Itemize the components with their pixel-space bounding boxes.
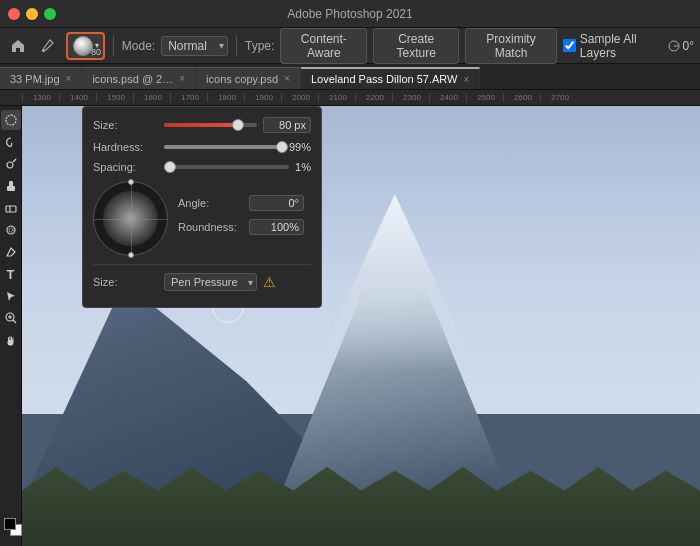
hardness-value: 99% (289, 141, 311, 153)
hardness-slider-track[interactable] (164, 145, 283, 149)
tab-label: Loveland Pass Dillon 57.ARW (311, 73, 458, 85)
tab-close-icon[interactable]: × (284, 73, 290, 84)
ruler-mark: 1700 (170, 93, 207, 102)
type-tool-button[interactable]: T (1, 264, 21, 284)
spacing-label: Spacing: (93, 161, 158, 173)
size-control-label: Size: (93, 276, 158, 288)
svg-line-5 (13, 159, 16, 162)
warning-icon: ⚠ (263, 274, 276, 290)
ruler-mark: 1500 (96, 93, 133, 102)
svg-line-13 (13, 320, 16, 323)
proximity-match-button[interactable]: Proximity Match (465, 28, 557, 64)
angle-roundness-fields: Angle: Roundness: (178, 195, 311, 243)
angle-label: Angle: (178, 197, 243, 209)
size-pressure-select[interactable]: Pen Pressure Off Stylus Wheel (164, 273, 257, 291)
handle-bottom[interactable] (128, 252, 134, 258)
roundness-field-row: Roundness: (178, 219, 311, 235)
angle-field-row: Angle: (178, 195, 311, 211)
home-button[interactable] (6, 32, 30, 60)
path-select-tool-button[interactable] (1, 286, 21, 306)
size-slider-track[interactable] (164, 123, 257, 127)
brush-heal-tool-button[interactable] (1, 154, 21, 174)
hand-tool-button[interactable] (1, 330, 21, 350)
svg-point-4 (7, 162, 13, 168)
hardness-label: Hardness: (93, 141, 158, 153)
traffic-lights (8, 8, 56, 20)
tab-loveland[interactable]: Loveland Pass Dillon 57.ARW × (301, 67, 480, 89)
tab-33pm[interactable]: 33 PM.jpg × (0, 67, 82, 89)
mode-select[interactable]: Normal Multiply Screen (161, 36, 228, 56)
maximize-button[interactable] (44, 8, 56, 20)
sample-all-layers-wrap: Sample All Layers (563, 32, 661, 60)
svg-point-10 (7, 226, 15, 234)
main-area: T (0, 106, 700, 546)
size-input[interactable] (263, 117, 311, 133)
svg-point-11 (9, 228, 13, 232)
spacing-slider-thumb[interactable] (164, 161, 176, 173)
ruler-mark: 2400 (429, 93, 466, 102)
lasso-tool-button[interactable] (1, 132, 21, 152)
minimize-button[interactable] (26, 8, 38, 20)
svg-rect-8 (6, 206, 16, 212)
size-slider-thumb[interactable] (232, 119, 244, 131)
ruler-mark: 1800 (207, 93, 244, 102)
title-bar: Adobe Photoshop 2021 (0, 0, 700, 28)
ruler-mark: 1400 (59, 93, 96, 102)
color-swatches[interactable] (4, 518, 22, 536)
tab-label: icons.psd @ 2… (92, 73, 173, 85)
size-select-wrapper: Pen Pressure Off Stylus Wheel (164, 273, 257, 291)
spacing-slider-track[interactable] (164, 165, 289, 169)
zoom-tool-button[interactable] (1, 308, 21, 328)
tab-close-icon[interactable]: × (66, 73, 72, 84)
handle-top[interactable] (128, 179, 134, 185)
marquee-tool-button[interactable] (1, 110, 21, 130)
ruler-mark: 2600 (503, 93, 540, 102)
ruler-mark: 2000 (281, 93, 318, 102)
ruler-mark: 2300 (392, 93, 429, 102)
angle-value: 0° (683, 39, 694, 53)
hardness-slider-thumb[interactable] (276, 141, 288, 153)
tab-icons-copy[interactable]: icons copy.psd × (196, 67, 301, 89)
canvas-area: Size: Hardness: 99% Spacing: (22, 106, 700, 546)
roundness-label: Roundness: (178, 221, 243, 233)
mode-select-wrapper: Normal Multiply Screen (161, 36, 228, 56)
type-label: Type: (245, 39, 274, 53)
stamp-tool-button[interactable] (1, 176, 21, 196)
brush-popup-panel: Size: Hardness: 99% Spacing: (82, 106, 322, 308)
options-bar: ▾ 80 Mode: Normal Multiply Screen Type: … (0, 28, 700, 64)
divider2 (236, 36, 237, 56)
tab-close-icon[interactable]: × (463, 74, 469, 85)
size-row: Size: (93, 117, 311, 133)
hardness-row: Hardness: 99% (93, 141, 311, 153)
sample-all-layers-checkbox[interactable] (563, 39, 576, 52)
svg-rect-7 (9, 181, 13, 187)
pen-tool-button[interactable] (1, 242, 21, 262)
brush-preview-circle (73, 36, 93, 56)
brush-size-badge: 80 (91, 47, 101, 57)
content-aware-button[interactable]: Content-Aware (280, 28, 367, 64)
ruler-mark: 1900 (244, 93, 281, 102)
tab-icons-psd[interactable]: icons.psd @ 2… × (82, 67, 196, 89)
roundness-input[interactable] (249, 219, 304, 235)
foreground-color[interactable] (4, 518, 16, 530)
svg-point-0 (42, 49, 45, 52)
ruler-marks: 1300 1400 1500 1600 1700 1800 1900 2000 … (22, 93, 577, 102)
create-texture-button[interactable]: Create Texture (373, 28, 459, 64)
brush-tool-button[interactable] (36, 32, 60, 60)
angle-control: 0° (667, 39, 694, 53)
ruler-mark: 2100 (318, 93, 355, 102)
mode-label: Mode: (122, 39, 155, 53)
horizontal-ruler: 1300 1400 1500 1600 1700 1800 1900 2000 … (0, 90, 700, 106)
size-label: Size: (93, 119, 158, 131)
angle-input[interactable] (249, 195, 304, 211)
eraser-tool-button[interactable] (1, 198, 21, 218)
left-toolbar: T (0, 106, 22, 546)
brush-preset-picker[interactable]: ▾ 80 (66, 32, 105, 60)
close-button[interactable] (8, 8, 20, 20)
brush-shape-preview (93, 181, 168, 256)
sample-all-layers-label: Sample All Layers (580, 32, 661, 60)
blur-tool-button[interactable] (1, 220, 21, 240)
ruler-mark: 1300 (22, 93, 59, 102)
ruler-mark: 1600 (133, 93, 170, 102)
tab-close-icon[interactable]: × (179, 73, 185, 84)
